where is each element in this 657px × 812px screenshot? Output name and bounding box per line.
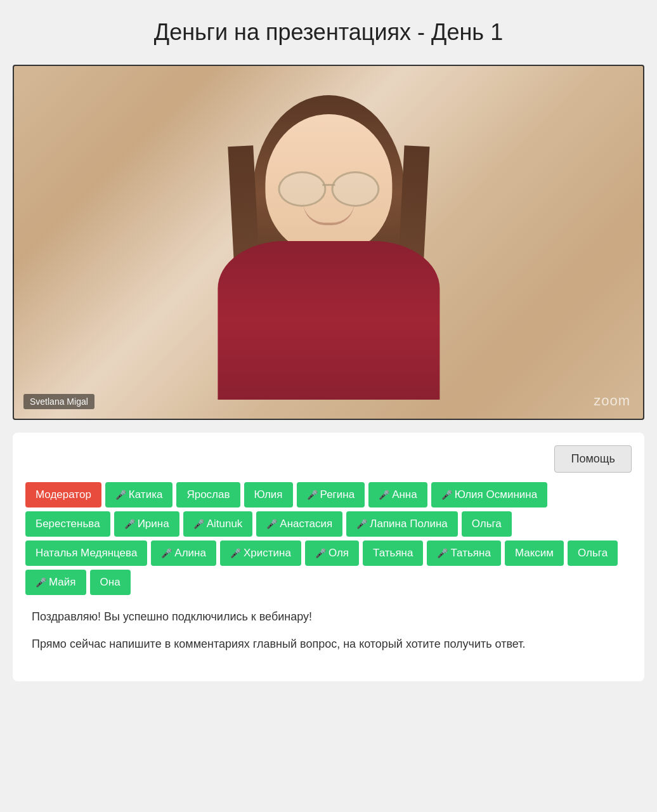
glasses-bridge [322, 184, 335, 186]
mic-icon: 🎤 [161, 548, 172, 558]
participant-tag: 🎤Aitunuk [183, 511, 253, 537]
participant-tag: 🎤Майя [25, 570, 86, 595]
participant-name: Юлия [254, 488, 283, 501]
participant-name: Анастасия [280, 518, 332, 530]
participant-tag: 🎤Катика [105, 482, 173, 508]
participant-tag: 🎤Регина [297, 482, 365, 508]
participant-tag: 🎤Алина [151, 540, 216, 566]
participant-name: Татьяна [373, 547, 413, 560]
participant-tag: 🎤Анна [368, 482, 427, 508]
participant-tag: Ольга [568, 540, 618, 566]
participant-tag: Модератор [25, 482, 101, 508]
participant-tag: 🎤Татьяна [427, 540, 500, 566]
mic-icon: 🎤 [379, 490, 389, 500]
participant-tag: Наталья Медянцева [25, 540, 147, 566]
participant-tag: Она [90, 570, 131, 595]
welcome-line-1: Поздравляю! Вы успешно подключились к ве… [32, 608, 625, 626]
mic-icon: 🎤 [307, 490, 318, 500]
page-title: Деньги на презентациях - День 1 [13, 13, 644, 52]
participant-name: Ирина [138, 518, 169, 530]
glasses [275, 171, 382, 206]
welcome-line-2: Прямо сейчас напишите в комментариях гла… [32, 635, 625, 653]
mic-icon: 🎤 [124, 519, 135, 529]
bottom-panel: Помощь Модератор🎤КатикаЯрославЮлия🎤Регин… [13, 433, 644, 681]
welcome-text: Поздравляю! Вы успешно подключились к ве… [25, 608, 632, 653]
speaker-torso [218, 241, 439, 400]
participant-name: Ольга [578, 547, 608, 560]
participant-name: Наталья Медянцева [36, 547, 137, 560]
help-button-row: Помощь [25, 445, 632, 473]
mic-icon: 🎤 [315, 548, 326, 558]
video-background: zoom Svetlana Migal [14, 66, 643, 419]
participant-name: Юлия Осминина [455, 488, 537, 501]
speaker-name-label: Svetlana Migal [23, 394, 94, 409]
participant-name: Алина [174, 547, 206, 560]
participant-tag: 🎤Ирина [114, 511, 179, 537]
participant-name: Христина [244, 547, 291, 560]
participant-name: Aitunuk [207, 518, 243, 530]
participant-tag: 🎤Христина [220, 540, 301, 566]
participant-name: Она [100, 576, 120, 589]
participant-tag: 🎤Лапина Полина [346, 511, 457, 537]
participant-name: Татьяна [450, 547, 490, 560]
participant-tag: 🎤Юлия Осминина [431, 482, 547, 508]
speaker-head [265, 114, 392, 254]
participant-tag: Ярослав [176, 482, 240, 508]
participant-tag: Татьяна [363, 540, 423, 566]
participant-name: Ольга [472, 518, 502, 530]
participant-tag: 🎤Оля [305, 540, 359, 566]
participant-name: Модератор [36, 488, 91, 501]
speaker-figure [140, 102, 517, 419]
mic-icon: 🎤 [36, 577, 46, 587]
mic-icon: 🎤 [266, 519, 277, 529]
participant-name: Катика [129, 488, 163, 501]
mic-icon: 🎤 [115, 490, 126, 500]
zoom-logo: zoom [594, 393, 630, 409]
participant-name: Максим [515, 547, 554, 560]
participant-name: Оля [328, 547, 349, 560]
participant-tag: Юлия [244, 482, 293, 508]
participant-name: Ярослав [186, 488, 230, 501]
video-player: zoom Svetlana Migal [13, 65, 644, 420]
participant-name: Анна [392, 488, 417, 501]
smile [303, 203, 354, 225]
participant-tag: Максим [505, 540, 564, 566]
mic-icon: 🎤 [356, 519, 367, 529]
participant-name: Майя [49, 576, 76, 589]
participants-grid: Модератор🎤КатикаЯрославЮлия🎤Регина🎤Анна🎤… [25, 482, 632, 595]
participant-tag: Берестеньва [25, 511, 110, 537]
participant-name: Регина [320, 488, 355, 501]
mic-icon: 🎤 [193, 519, 204, 529]
mic-icon: 🎤 [441, 490, 452, 500]
mic-icon: 🎤 [437, 548, 448, 558]
participant-tag: Ольга [462, 511, 512, 537]
help-button[interactable]: Помощь [554, 445, 632, 473]
participant-tag: 🎤Анастасия [256, 511, 342, 537]
participant-name: Лапина Полина [370, 518, 447, 530]
page-container: Деньги на презентациях - День 1 zoom Sve… [0, 0, 657, 707]
participant-name: Берестеньва [36, 518, 100, 530]
mic-icon: 🎤 [230, 548, 241, 558]
